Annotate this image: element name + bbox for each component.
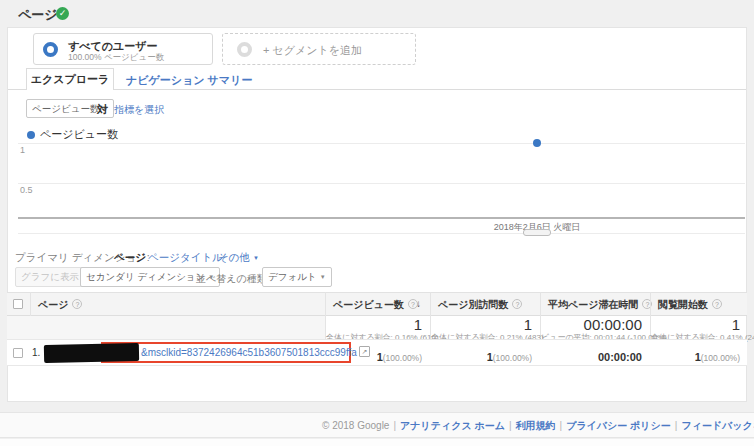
sort-desc-icon[interactable]: ↓ xyxy=(416,298,421,309)
footer-link-feedback[interactable]: フィードバックを送信 xyxy=(681,420,754,431)
chevron-down-icon: ▼ xyxy=(253,255,259,261)
segment-all-users[interactable]: すべてのユーザー 100.00% ページビュー数 xyxy=(33,33,213,65)
footer-link-terms[interactable]: 利用規約 xyxy=(516,420,556,431)
bottom-strip xyxy=(0,439,754,446)
sort-type-label: 並べ替えの種類: xyxy=(196,272,269,286)
dimension-page-title[interactable]: ページタイトル xyxy=(148,251,223,265)
segment-donut-icon xyxy=(43,42,58,57)
help-icon[interactable]: ? xyxy=(512,299,522,309)
tab-strip-divider xyxy=(8,89,746,90)
column-header-avg-time[interactable]: 平均ページ滞在時間? xyxy=(548,298,652,312)
footer-copyright: © 2018 Google xyxy=(322,420,389,431)
select-all-checkbox[interactable] xyxy=(13,299,23,309)
row-entrances: 1(100.00%) xyxy=(651,347,740,365)
x-axis-line xyxy=(18,217,745,219)
dimension-page[interactable]: ページ xyxy=(114,251,146,265)
column-header-page[interactable]: ページ? xyxy=(38,298,82,312)
verified-check-icon: ✓ xyxy=(56,7,69,20)
segment-donut-icon xyxy=(237,42,252,57)
column-header-unique-pageviews[interactable]: ページ別訪問数? xyxy=(438,298,522,312)
chevron-down-icon: ▼ xyxy=(320,274,326,280)
add-segment-button[interactable]: + セグメントを追加 xyxy=(222,33,416,65)
sort-type-dropdown[interactable]: デフォルト▼ xyxy=(262,267,332,287)
analytics-page-report: ページ ✓ すべてのユーザー 100.00% ページビュー数 + セグメントを追… xyxy=(0,0,754,446)
data-point xyxy=(533,139,541,147)
select-metric-link[interactable]: 指標を選択 xyxy=(114,103,164,117)
row-avg-time: 00:00:00 xyxy=(541,347,642,365)
page-url-link[interactable]: &msclkid=8372426964c51b3607501813ccc99ff… xyxy=(141,347,357,358)
footer-link-privacy[interactable]: プライバシー ポリシー xyxy=(566,420,671,431)
footer: © 2018 Google|アナリティクス ホーム|利用規約|プライバシー ポリ… xyxy=(322,419,754,433)
row-unique-pageviews: 1(100.00%) xyxy=(431,347,532,365)
plot-rows-button[interactable]: グラフに表示 xyxy=(15,267,85,287)
column-header-pageviews[interactable]: ページビュー数? xyxy=(333,298,418,312)
dimension-other[interactable]: その他▼ xyxy=(218,251,259,265)
help-icon[interactable]: ? xyxy=(712,299,722,309)
page-title: ページ xyxy=(18,6,58,24)
totals-page-cell xyxy=(7,316,325,339)
vs-label: 対 xyxy=(97,102,108,117)
tab-navigation-summary[interactable]: ナビゲーション サマリー xyxy=(126,73,252,88)
y-tick-05: 0.5 xyxy=(20,185,33,195)
redaction-bar xyxy=(44,343,139,363)
gridline-05 xyxy=(18,183,745,184)
legend-dot xyxy=(27,131,35,139)
chart-scroll-handle[interactable] xyxy=(523,229,551,236)
footer-link-analytics-home[interactable]: アナリティクス ホーム xyxy=(400,420,505,431)
y-tick-1: 1 xyxy=(20,145,25,155)
help-icon[interactable]: ? xyxy=(72,299,82,309)
add-segment-label: + セグメントを追加 xyxy=(263,43,362,58)
legend-label: ページビュー数 xyxy=(40,127,118,142)
gridline-1 xyxy=(18,143,745,144)
row-checkbox[interactable] xyxy=(13,348,23,358)
tab-explorer[interactable]: エクスプローラ xyxy=(26,68,114,90)
chart-scroll-track xyxy=(18,233,745,234)
column-header-entrances[interactable]: 閲覧開始数? xyxy=(658,298,722,312)
segment-subtitle: 100.00% ページビュー数 xyxy=(68,52,164,64)
row-index: 1. xyxy=(32,347,40,358)
